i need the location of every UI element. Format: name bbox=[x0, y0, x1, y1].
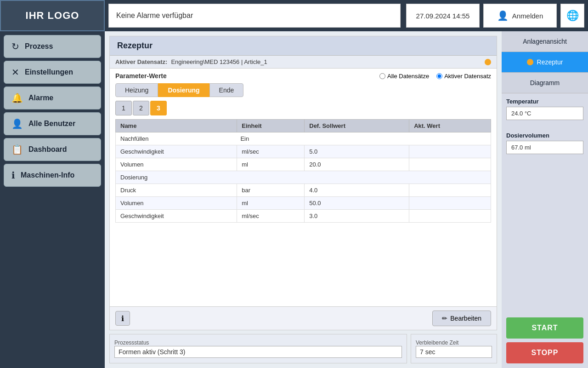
param-table: Name Einheit Def. Sollwert Akt. Wert Nac… bbox=[115, 119, 491, 223]
right-panel: Anlagenansicht Rezeptur Diagramm Tempera… bbox=[502, 31, 588, 368]
radio-aktiver-datensatz[interactable]: Aktiver Datensatz bbox=[436, 73, 491, 80]
alarm-area: Keine Alarme verfügbar bbox=[108, 4, 401, 28]
cell-einheit: ml/sec bbox=[237, 210, 305, 223]
sidebar-item-einstellungen[interactable]: ✕ Einstellungen bbox=[4, 61, 101, 84]
sidebar-item-prozess[interactable]: ↻ Prozess bbox=[4, 35, 101, 58]
status-bar: Prozessstatus Verbleibende Zeit bbox=[109, 334, 497, 363]
sidebar-item-dashboard-label: Dashboard bbox=[28, 145, 67, 154]
table-row: Geschwindigkeit ml/sec 5.0 bbox=[116, 145, 491, 158]
col-header-name: Name bbox=[116, 120, 237, 132]
globe-icon: 🌐 bbox=[566, 10, 579, 22]
cell-akt-wert bbox=[409, 145, 491, 158]
cell-akt-wert bbox=[409, 184, 491, 197]
right-nav-rezeptur-dot bbox=[527, 59, 533, 65]
cell-akt-wert bbox=[409, 210, 491, 223]
col-header-einheit: Einheit bbox=[237, 120, 305, 132]
sidebar-item-einstellungen-label: Einstellungen bbox=[25, 68, 73, 76]
main-layout: ↻ Prozess ✕ Einstellungen 🔔 Alarme 👤 All… bbox=[0, 31, 588, 368]
right-nav-diagramm[interactable]: Diagramm bbox=[502, 73, 588, 93]
prozess-icon: ↻ bbox=[11, 41, 19, 52]
radio-all-input[interactable] bbox=[379, 73, 385, 79]
rezeptur-title: Rezeptur bbox=[117, 41, 153, 50]
sidebar-item-maschinen-info[interactable]: ℹ Maschinen-Info bbox=[4, 164, 101, 187]
rezeptur-panel: Rezeptur Aktiver Datensatz: Engineering\… bbox=[109, 36, 497, 330]
edit-button[interactable]: ✏ Bearbeiten bbox=[432, 310, 491, 326]
logo-text: IHR LOGO bbox=[26, 10, 79, 22]
sub-tab-2[interactable]: 2 bbox=[133, 101, 149, 115]
param-section: Parameter-Werte Alle Datensätze Aktiver … bbox=[110, 69, 497, 226]
table-group-row: NachfüllenEin bbox=[116, 132, 491, 145]
alle-benutzer-icon: 👤 bbox=[11, 118, 23, 129]
edit-label: Bearbeiten bbox=[450, 315, 481, 322]
col-header-def-sollwert: Def. Sollwert bbox=[305, 120, 409, 132]
sub-tab-3[interactable]: 3 bbox=[150, 101, 167, 115]
cell-def-sollwert: 3.0 bbox=[305, 210, 409, 223]
login-label: Anmelden bbox=[512, 12, 543, 20]
radio-active-label: Aktiver Datensatz bbox=[444, 73, 491, 80]
sidebar-item-maschinen-info-label: Maschinen-Info bbox=[21, 171, 74, 179]
right-nav-anlagenansicht[interactable]: Anlagenansicht bbox=[502, 31, 588, 52]
user-icon: 👤 bbox=[497, 10, 509, 21]
aktiver-datensatz-label: Aktiver Datensatz: bbox=[115, 58, 167, 65]
alarme-icon: 🔔 bbox=[11, 92, 23, 104]
header: IHR LOGO Keine Alarme verfügbar 27.09.20… bbox=[0, 0, 588, 31]
alarm-text: Keine Alarme verfügbar bbox=[116, 12, 193, 20]
table-row: Druck bar 4.0 bbox=[116, 184, 491, 197]
tab-dosierung[interactable]: Dosierung bbox=[158, 83, 209, 97]
right-nav-rezeptur-label: Rezeptur bbox=[537, 58, 563, 66]
table-row: Volumen ml 50.0 bbox=[116, 197, 491, 210]
rezeptur-header: Rezeptur bbox=[110, 36, 497, 56]
login-button[interactable]: 👤 Anmelden bbox=[483, 4, 557, 28]
right-nav-rezeptur[interactable]: Rezeptur bbox=[502, 52, 588, 73]
prozessstatus-value[interactable] bbox=[114, 346, 402, 358]
pencil-icon: ✏ bbox=[442, 315, 447, 322]
aktiver-datensatz-row: Aktiver Datensatz: Engineering\MED 12345… bbox=[110, 56, 497, 69]
param-header: Parameter-Werte Alle Datensätze Aktiver … bbox=[115, 72, 491, 80]
cell-name: Geschwindigkeit bbox=[116, 210, 237, 223]
dashboard-icon: 📋 bbox=[11, 144, 23, 155]
prozessstatus-area: Prozessstatus bbox=[109, 334, 407, 363]
sidebar: ↻ Prozess ✕ Einstellungen 🔔 Alarme 👤 All… bbox=[0, 31, 105, 368]
verbleibende-label: Verbleibende Zeit bbox=[416, 339, 492, 346]
sidebar-item-dashboard[interactable]: 📋 Dashboard bbox=[4, 138, 101, 161]
radio-all-datensaetze[interactable]: Alle Datensätze bbox=[379, 73, 429, 80]
verbleibende-value[interactable] bbox=[416, 346, 492, 358]
aktiver-dot-indicator bbox=[485, 59, 491, 65]
cell-einheit: ml bbox=[237, 197, 305, 210]
info-button[interactable]: ℹ bbox=[115, 311, 130, 326]
sidebar-item-alarme[interactable]: 🔔 Alarme bbox=[4, 86, 101, 109]
temperatur-label: Temperatur bbox=[506, 98, 583, 105]
stopp-button[interactable]: STOPP bbox=[506, 342, 583, 363]
einstellungen-icon: ✕ bbox=[11, 67, 19, 78]
col-header-akt-wert: Akt. Wert bbox=[409, 120, 491, 132]
start-button[interactable]: START bbox=[506, 317, 583, 339]
cell-einheit: ml/sec bbox=[237, 145, 305, 158]
cell-akt-wert bbox=[409, 158, 491, 171]
cell-name: Druck bbox=[116, 184, 237, 197]
sidebar-item-alarme-label: Alarme bbox=[28, 94, 53, 102]
dosiervolumen-label: Dosiervolumen bbox=[506, 132, 583, 139]
param-title: Parameter-Werte bbox=[115, 72, 167, 80]
dosiervolumen-value[interactable] bbox=[506, 141, 583, 154]
tab-ende[interactable]: Ende bbox=[209, 83, 244, 97]
table-group-row: Dosierung bbox=[116, 171, 491, 184]
table-row: Geschwindigkeit ml/sec 3.0 bbox=[116, 210, 491, 223]
sub-tabs: 1 2 3 bbox=[115, 101, 491, 115]
tab-heizung[interactable]: Heizung bbox=[115, 83, 158, 97]
cell-akt-wert bbox=[409, 197, 491, 210]
datetime-text: 27.09.2024 14:55 bbox=[416, 12, 470, 20]
right-spacer bbox=[502, 161, 588, 314]
content-area: Rezeptur Aktiver Datensatz: Engineering\… bbox=[105, 31, 502, 368]
dosiervolumen-section: Dosiervolumen bbox=[502, 127, 588, 161]
main-tabs: Heizung Dosierung Ende bbox=[115, 83, 491, 97]
cell-def-sollwert: 5.0 bbox=[305, 145, 409, 158]
table-row: Volumen ml 20.0 bbox=[116, 158, 491, 171]
sub-tab-1[interactable]: 1 bbox=[115, 101, 132, 115]
globe-button[interactable]: 🌐 bbox=[560, 4, 584, 28]
radio-active-input[interactable] bbox=[436, 73, 442, 79]
temperatur-value[interactable] bbox=[506, 107, 583, 120]
sidebar-item-alle-benutzer[interactable]: 👤 Alle Benutzer bbox=[4, 112, 101, 135]
cell-def-sollwert: 20.0 bbox=[305, 158, 409, 171]
verbleibende-zeit-area: Verbleibende Zeit bbox=[411, 334, 497, 363]
maschinen-info-icon: ℹ bbox=[11, 170, 15, 181]
